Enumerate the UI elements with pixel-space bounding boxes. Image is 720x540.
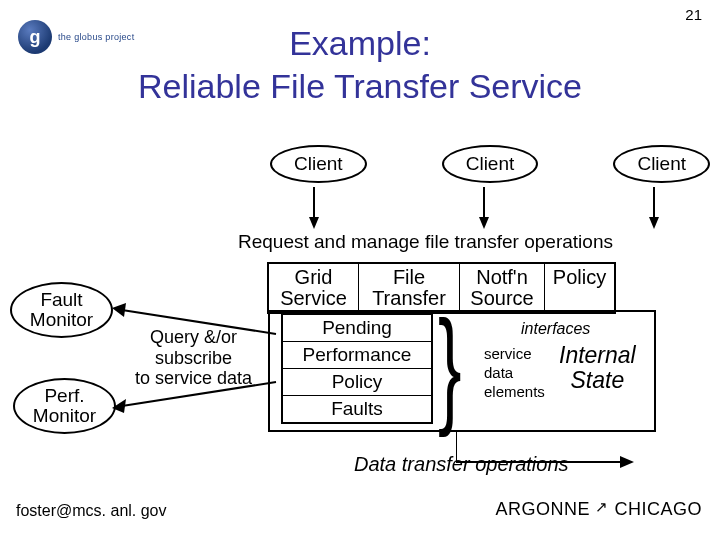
arrow-ne-icon: ↗ <box>595 498 609 516</box>
svg-marker-1 <box>309 217 319 229</box>
internal-state-label: InternalState <box>559 343 636 394</box>
iface-cell: Policy <box>544 264 614 312</box>
interfaces-label: interfaces <box>521 320 590 338</box>
client-arrows <box>304 187 684 229</box>
data-element: Performance <box>283 342 431 369</box>
service-data-elements-label: service data elements <box>484 345 545 401</box>
data-element: Pending <box>283 315 431 342</box>
data-transfer-label: Data transfer operations <box>354 453 569 476</box>
client-row: Client Client Client <box>270 145 710 183</box>
slide-title: Example: Reliable File Transfer Service <box>0 22 720 107</box>
monitor-arrows <box>100 300 280 420</box>
svg-marker-7 <box>112 303 126 317</box>
brace-icon: } <box>438 314 462 418</box>
client-oval: Client <box>442 145 539 183</box>
client-oval: Client <box>270 145 367 183</box>
svg-line-6 <box>122 310 276 334</box>
data-elements-list: Pending Performance Policy Faults <box>281 313 433 424</box>
footer-email: foster@mcs. anl. gov <box>16 502 167 520</box>
svg-marker-5 <box>649 217 659 229</box>
iface-cell: Notf'nSource <box>459 264 544 312</box>
page-number: 21 <box>685 6 702 23</box>
request-manage-label: Request and manage file transfer operati… <box>238 231 613 253</box>
svg-marker-3 <box>479 217 489 229</box>
svg-marker-9 <box>112 399 126 413</box>
svg-line-8 <box>122 382 276 406</box>
footer-org: ARGONNE ↗ CHICAGO <box>495 499 702 520</box>
data-element: Faults <box>283 396 431 422</box>
client-oval: Client <box>613 145 710 183</box>
iface-cell: GridService <box>269 264 358 312</box>
fault-monitor-oval: FaultMonitor <box>10 282 113 338</box>
svg-marker-10 <box>620 456 634 468</box>
data-element: Policy <box>283 369 431 396</box>
